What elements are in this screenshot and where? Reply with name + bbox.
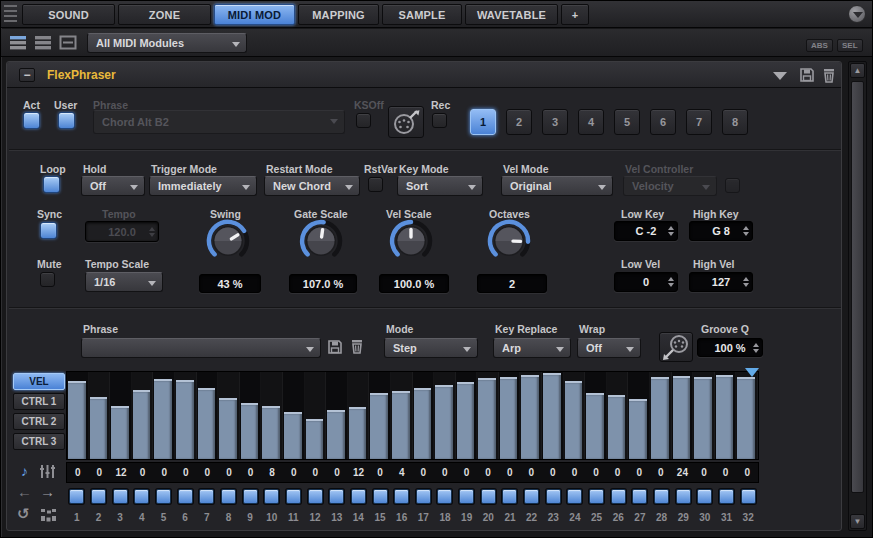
step-value-12[interactable]: 0	[305, 463, 327, 482]
step-enable-28[interactable]	[651, 486, 673, 506]
tab-mapping[interactable]: MAPPING	[298, 4, 379, 25]
sel-button[interactable]: SEL	[837, 39, 863, 52]
step-bar-18[interactable]	[434, 372, 456, 459]
step-enable-7[interactable]	[196, 486, 218, 506]
step-bar-1[interactable]	[67, 372, 89, 459]
step-enable-15[interactable]	[369, 486, 391, 506]
variation-button-2[interactable]: 2	[506, 109, 532, 135]
step-value-24[interactable]: 0	[564, 463, 586, 482]
step-bar-6[interactable]	[175, 372, 197, 459]
low-vel-box[interactable]: 0	[614, 272, 678, 292]
step-bar-24[interactable]	[564, 372, 586, 459]
step-enable-23[interactable]	[542, 486, 564, 506]
step-enable-4[interactable]	[131, 486, 153, 506]
shift-right-icon[interactable]: →	[40, 483, 55, 500]
scroll-up-icon[interactable]: ▲	[850, 63, 865, 78]
stepper-icon[interactable]	[149, 227, 155, 237]
phrase-preset-dropdown[interactable]: Chord Alt B2	[93, 110, 345, 134]
step-value-14[interactable]: 12	[348, 463, 370, 482]
step-bar-3[interactable]	[110, 372, 132, 459]
rec-checkbox[interactable]	[432, 113, 447, 128]
step-value-19[interactable]: 0	[456, 463, 478, 482]
step-enable-3[interactable]	[109, 486, 131, 506]
step-value-27[interactable]: 0	[628, 463, 650, 482]
step-bar-13[interactable]	[326, 372, 348, 459]
user-phrase-dropdown[interactable]	[81, 338, 321, 358]
variation-button-4[interactable]: 4	[578, 109, 604, 135]
shift-left-icon[interactable]: ←	[17, 483, 32, 500]
loop-end-marker-icon[interactable]	[745, 368, 759, 384]
step-enable-21[interactable]	[499, 486, 521, 506]
collapse-button[interactable]: −	[19, 68, 35, 82]
hold-dropdown[interactable]: Off	[81, 176, 145, 196]
step-value-18[interactable]: 0	[434, 463, 456, 482]
step-value-31[interactable]: 0	[715, 463, 737, 482]
step-value-30[interactable]: 0	[693, 463, 715, 482]
step-bar-27[interactable]	[628, 372, 650, 459]
variation-button-5[interactable]: 5	[614, 109, 640, 135]
step-bar-4[interactable]	[132, 372, 154, 459]
tab-wavetable[interactable]: WAVETABLE	[465, 4, 558, 25]
panel-options-button[interactable]	[848, 5, 866, 23]
step-bar-16[interactable]	[391, 372, 413, 459]
step-enable-16[interactable]	[391, 486, 413, 506]
step-bar-22[interactable]	[520, 372, 542, 459]
step-value-20[interactable]: 0	[477, 463, 499, 482]
lane-tab-ctrl-1[interactable]: CTRL 1	[13, 393, 65, 410]
step-bar-17[interactable]	[413, 372, 435, 459]
step-value-16[interactable]: 4	[391, 463, 413, 482]
step-bar-25[interactable]	[585, 372, 607, 459]
step-bar-10[interactable]	[261, 372, 283, 459]
step-enable-19[interactable]	[456, 486, 478, 506]
step-bar-19[interactable]	[456, 372, 478, 459]
stepper-icon[interactable]	[668, 226, 674, 236]
step-bar-20[interactable]	[477, 372, 499, 459]
lane-tab-ctrl-2[interactable]: CTRL 2	[13, 413, 65, 430]
step-bar-8[interactable]	[218, 372, 240, 459]
step-value-25[interactable]: 0	[585, 463, 607, 482]
gate-scale-knob[interactable]	[298, 218, 344, 264]
ksoff-checkbox[interactable]	[356, 113, 371, 128]
restart-mode-dropdown[interactable]: New Chord	[264, 176, 360, 196]
step-enable-10[interactable]	[261, 486, 283, 506]
step-enable-1[interactable]	[66, 486, 88, 506]
step-bar-21[interactable]	[499, 372, 521, 459]
step-value-21[interactable]: 0	[499, 463, 521, 482]
step-enable-6[interactable]	[174, 486, 196, 506]
step-value-23[interactable]: 0	[542, 463, 564, 482]
step-enable-8[interactable]	[218, 486, 240, 506]
step-bar-14[interactable]	[348, 372, 370, 459]
sync-checkbox[interactable]	[40, 222, 57, 239]
step-enable-22[interactable]	[521, 486, 543, 506]
step-enable-24[interactable]	[564, 486, 586, 506]
vel-scale-knob[interactable]	[388, 218, 434, 264]
step-enable-20[interactable]	[477, 486, 499, 506]
step-enable-29[interactable]	[672, 486, 694, 506]
groove-q-box[interactable]: 100 %	[697, 338, 763, 357]
lane-tab-ctrl-3[interactable]: CTRL 3	[13, 433, 65, 450]
step-bar-11[interactable]	[283, 372, 305, 459]
step-enable-2[interactable]	[88, 486, 110, 506]
velocity-bar-graph[interactable]	[66, 371, 759, 460]
user-checkbox[interactable]	[58, 112, 75, 129]
tab-midi-mod[interactable]: MIDI MOD	[214, 4, 295, 25]
high-vel-box[interactable]: 127	[689, 272, 753, 292]
vel-scale-value-box[interactable]: 100.0 %	[379, 274, 449, 293]
vel-controller-dropdown[interactable]: Velocity	[623, 176, 717, 196]
act-checkbox[interactable]	[23, 112, 40, 129]
step-value-15[interactable]: 0	[369, 463, 391, 482]
step-enable-18[interactable]	[434, 486, 456, 506]
wrap-dropdown[interactable]: Off	[577, 338, 641, 358]
tab-plus[interactable]: +	[561, 4, 589, 25]
step-value-29[interactable]: 24	[672, 463, 694, 482]
phrase-save-icon[interactable]	[327, 339, 345, 357]
lane-tab-vel[interactable]: VEL	[13, 373, 65, 390]
step-bar-30[interactable]	[693, 372, 715, 459]
step-bar-23[interactable]	[542, 372, 564, 459]
stepper-icon[interactable]	[743, 277, 749, 287]
midi-import-button[interactable]	[388, 106, 424, 138]
vel-mode-dropdown[interactable]: Original	[501, 176, 613, 196]
compact-view-icon[interactable]	[34, 35, 53, 50]
step-enable-17[interactable]	[413, 486, 435, 506]
step-value-3[interactable]: 12	[110, 463, 132, 482]
